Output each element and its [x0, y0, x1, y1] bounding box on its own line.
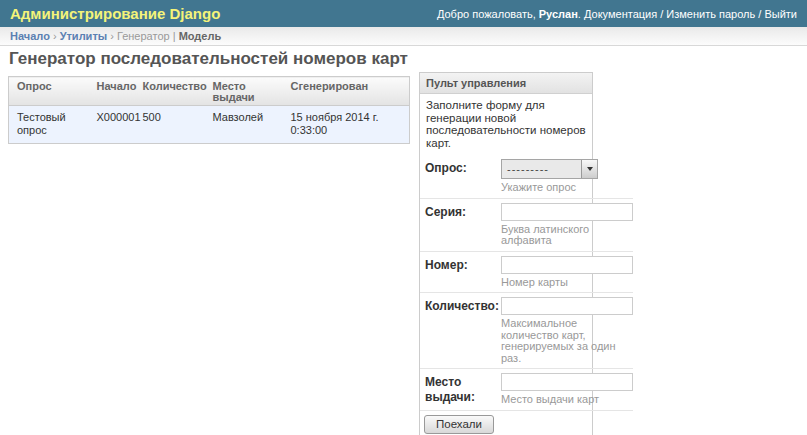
- survey-help-text: Укажите опрос: [501, 182, 633, 194]
- username-period: .: [578, 8, 581, 20]
- series-help-text: Буква латинского алфавита: [501, 224, 633, 247]
- column-header: Место выдачи: [207, 77, 285, 106]
- series-input[interactable]: [501, 203, 633, 221]
- table-header-row: ОпросНачалоКоличествоМесто выдачиСгенери…: [9, 77, 410, 106]
- table-body: Тестовый опросX000001500Мавзолей15 ноябр…: [9, 106, 410, 144]
- breadcrumb-item-1[interactable]: Начало: [10, 30, 50, 42]
- breadcrumb-separator: ›: [50, 30, 60, 42]
- survey-select-value: ---------: [502, 163, 581, 175]
- control-panel-title: Пульт управления: [420, 73, 592, 94]
- submit-row: Поехали: [420, 411, 592, 435]
- form-row-number: Номер:Номер карты: [420, 252, 633, 294]
- logout-link[interactable]: Выйти: [764, 8, 797, 20]
- submit-button[interactable]: Поехали: [424, 415, 494, 434]
- breadcrumb-separator: ›: [107, 30, 117, 42]
- table-row: Тестовый опросX000001500Мавзолей15 ноябр…: [9, 106, 410, 144]
- control-panel-fields: Опрос:---------Укажите опросСерия:Буква …: [420, 155, 592, 411]
- form-row-survey: Опрос:---------Укажите опрос: [420, 155, 633, 199]
- number-input[interactable]: [501, 256, 633, 274]
- quantity-field-box: Максимальное количество карт, генерируем…: [501, 297, 633, 364]
- breadcrumb-item-2[interactable]: Утилиты: [60, 30, 108, 42]
- page-title: Генератор последовательностей номеров ка…: [9, 49, 408, 69]
- survey-select[interactable]: ---------: [501, 159, 598, 179]
- issue-place-input[interactable]: [501, 373, 633, 391]
- results-table-container: ОпросНачалоКоличествоМесто выдачиСгенери…: [8, 76, 409, 144]
- control-panel-intro: Заполните форму для генерации новой посл…: [420, 94, 592, 155]
- table-cell: Мавзолей: [207, 106, 285, 144]
- table-cell: 500: [137, 106, 207, 144]
- form-row-series: Серия:Буква латинского алфавита: [420, 199, 633, 252]
- series-field-box: Буква латинского алфавита: [501, 203, 633, 247]
- issue-place-help-text: Место выдачи карт: [501, 394, 633, 406]
- user-links: Документация / Изменить пароль / Выйти: [584, 8, 797, 20]
- breadcrumb: Начало › Утилиты › Генератор | Модель: [0, 27, 807, 46]
- chevron-down-icon: [581, 160, 597, 178]
- table-cell: 15 ноября 2014 г. 0:33:00: [285, 106, 410, 144]
- issue-place-field-box: Место выдачи карт: [501, 373, 633, 406]
- documentation-link[interactable]: Документация: [584, 8, 657, 20]
- results-table: ОпросНачалоКоличествоМесто выдачиСгенери…: [8, 76, 410, 144]
- table-cell: Тестовый опрос: [9, 106, 91, 144]
- number-field-box: Номер карты: [501, 256, 633, 289]
- breadcrumb-item-4: Модель: [179, 30, 222, 42]
- column-header: Начало: [91, 77, 137, 106]
- survey-label: Опрос:: [425, 159, 501, 176]
- username: Руслан: [539, 8, 578, 20]
- issue-place-label: Место выдачи:: [425, 373, 501, 405]
- header-bar: Администрирование Django Добро пожаловат…: [0, 0, 807, 27]
- column-header: Опрос: [9, 77, 91, 106]
- survey-field-box: ---------Укажите опрос: [501, 159, 633, 194]
- change-password-link[interactable]: Изменить пароль: [666, 8, 755, 20]
- control-panel-module: Пульт управления Заполните форму для ген…: [419, 72, 593, 435]
- breadcrumb-separator: |: [170, 30, 179, 42]
- table-cell: X000001: [91, 106, 137, 144]
- breadcrumb-item-3: Генератор: [117, 30, 170, 42]
- column-header: Количество: [137, 77, 207, 106]
- column-header: Сгенерирован: [285, 77, 410, 106]
- series-label: Серия:: [425, 203, 501, 220]
- welcome-text: Добро пожаловать,: [437, 8, 536, 20]
- form-row-issue-place: Место выдачи:Место выдачи карт: [420, 369, 633, 411]
- dropdown-arrow-icon: [587, 167, 593, 171]
- number-help-text: Номер карты: [501, 277, 633, 289]
- quantity-label: Количество:: [425, 297, 501, 314]
- form-row-quantity: Количество:Максимальное количество карт,…: [420, 293, 633, 369]
- user-tools: Добро пожаловать, Руслан. Документация /…: [437, 8, 797, 20]
- quantity-input[interactable]: [501, 297, 633, 315]
- number-label: Номер:: [425, 256, 501, 273]
- quantity-help-text: Максимальное количество карт, генерируем…: [501, 318, 633, 364]
- site-title-link[interactable]: Администрирование Django: [10, 5, 220, 22]
